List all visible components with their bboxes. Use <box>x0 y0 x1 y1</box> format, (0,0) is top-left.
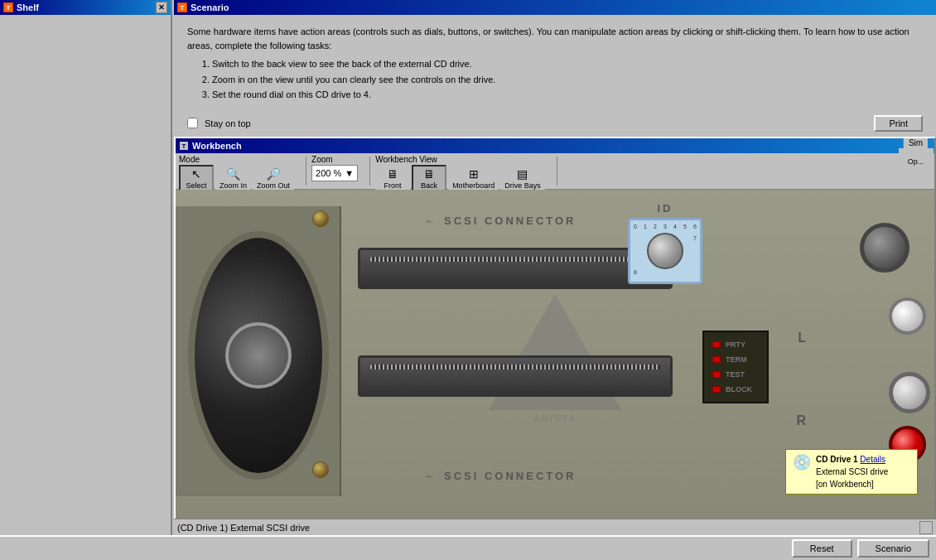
front-icon: 🖥 <box>387 167 398 181</box>
reset-button[interactable]: Reset <box>792 539 852 558</box>
toolbar-divider-3 <box>557 157 557 186</box>
drive-bays-icon: ▤ <box>517 167 528 181</box>
view-buttons: 🖥 Front 🖥 Back ⊞ Motherboard ▤ Drive Bay… <box>375 165 545 191</box>
cd-tooltip-icon: 💿 <box>793 453 811 471</box>
front-label: Front <box>384 181 402 190</box>
toolbar-divider-2 <box>369 157 370 186</box>
audio-r-label: R <box>796 413 806 428</box>
screw-bottom-left <box>312 461 329 478</box>
print-button[interactable]: Print <box>874 115 923 132</box>
large-connector[interactable] <box>860 223 909 273</box>
scsi-arrow-top: ← <box>424 215 437 227</box>
motherboard-label: Motherboard <box>452 181 495 190</box>
workbench-title-icon: T <box>179 141 189 151</box>
scenario-title-bar: T Scenario <box>174 0 936 15</box>
fan-assembly <box>176 206 341 496</box>
workbench-title-bar: T Workbench <box>176 138 934 153</box>
zoom-in-button[interactable]: 🔍 Zoom In <box>215 165 251 191</box>
view-section-label: Workbench View <box>375 155 545 164</box>
dip-label-test: TEST <box>726 367 745 382</box>
scsi-slot-top[interactable] <box>358 248 673 289</box>
zoom-in-label: Zoom In <box>220 181 247 190</box>
audio-l-label: L <box>798 331 806 345</box>
scenario-tasks: Switch to the back view to see the back … <box>212 57 923 102</box>
back-icon: 🖥 <box>423 167 435 181</box>
dip-label-block: BLOCK <box>726 382 752 397</box>
zoom-value: 200 % <box>316 168 341 178</box>
mode-buttons: ↖ Select 🔍 Zoom In 🔍 Zoom Out <box>179 165 294 191</box>
scenario-task-2: Zoom in on the view until you can clearl… <box>212 73 923 87</box>
scsi-arrow-bottom: ← <box>424 470 437 482</box>
audio-port-2[interactable] <box>889 372 930 413</box>
scenario-description: Some hardware items have action areas (c… <box>187 25 923 52</box>
front-button[interactable]: 🖥 Front <box>375 165 410 191</box>
scsi-slot-bottom[interactable] <box>358 355 673 397</box>
scenario-task-3: Set the round dial on this CD drive to 4… <box>212 88 923 102</box>
back-label: Back <box>421 181 437 190</box>
shelf-close-button[interactable]: ✕ <box>156 2 167 13</box>
zoom-section: Zoom 200 % ▼ <box>311 155 358 187</box>
dip-label-prty: PRTY <box>726 337 745 352</box>
scenario-content: Some hardware items have action areas (c… <box>174 15 936 110</box>
stay-on-top-label[interactable]: Stay on top <box>187 118 251 128</box>
dip-switch-block: PRTY TERM TEST BLOCK <box>702 331 769 403</box>
scsi-connector-top-label: ← SCSI CONNECTOR <box>424 215 577 227</box>
select-button[interactable]: ↖ Select <box>179 165 214 191</box>
drive-back-panel: ARISTA ← SCSI CONNECTOR <box>176 190 934 528</box>
zoom-dropdown-arrow: ▼ <box>345 168 354 178</box>
drive-bays-label: Drive Bays <box>504 181 541 190</box>
zoom-section-label: Zoom <box>311 155 358 164</box>
tooltip-title: CD Drive 1 <box>816 455 858 464</box>
tooltip-details-link[interactable]: Details <box>860 455 885 464</box>
scenario-title-label: Scenario <box>191 2 229 12</box>
workbench-panel: T Workbench Mode ↖ Select 🔍 Zoom In 🔍 Zo… <box>174 137 936 543</box>
op-button[interactable]: Op... <box>899 148 934 175</box>
audio-port-white[interactable] <box>889 297 926 335</box>
workbench-title-label: Workbench <box>192 141 242 151</box>
stay-on-top-row: Stay on top Print <box>174 110 936 137</box>
scenario-task-1: Switch to the back view to see the back … <box>212 57 923 71</box>
status-text: (CD Drive 1) External SCSI drive <box>177 523 919 533</box>
cd-tooltip-content: CD Drive 1 Details External SCSI drive [… <box>816 453 888 490</box>
mode-section: Mode ↖ Select 🔍 Zoom In 🔍 Zoom Out <box>179 155 294 187</box>
op-label: Op... <box>908 157 924 166</box>
sim-section: Sim Op... <box>903 138 928 175</box>
bottom-bar: Reset Scenario <box>0 535 936 560</box>
shelf-title-icon: T <box>3 2 13 12</box>
zoom-in-icon: 🔍 <box>226 167 240 181</box>
status-bar: (CD Drive 1) External SCSI drive <box>174 519 936 535</box>
status-scrollbar[interactable] <box>919 521 933 534</box>
shelf-panel: T Shelf ✕ <box>0 0 172 560</box>
zoom-out-button[interactable]: 🔍 Zoom Out <box>253 165 294 191</box>
zoom-out-icon: 🔍 <box>267 167 281 181</box>
scsi-connector-text-bottom: SCSI CONNECTOR <box>444 470 577 482</box>
toolbar-divider-1 <box>306 157 306 186</box>
scsi-connector-text-top: SCSI CONNECTOR <box>444 215 577 227</box>
workbench-view: ARISTA ← SCSI CONNECTOR <box>176 190 934 541</box>
motherboard-button[interactable]: ⊞ Motherboard <box>448 165 499 191</box>
id-label: ID <box>628 202 702 215</box>
sim-label: Sim <box>909 138 923 147</box>
screw-top-left <box>312 210 329 227</box>
dial-knob[interactable] <box>647 233 683 269</box>
view-section: Workbench View 🖥 Front 🖥 Back ⊞ Motherbo… <box>375 155 545 187</box>
id-dial-box[interactable]: 0 1 2 3 4 5 6 7 8 <box>628 218 702 284</box>
id-section: ID 0 1 2 3 4 5 6 7 8 <box>628 202 702 284</box>
dip-labels: PRTY TERM TEST BLOCK <box>712 337 759 397</box>
zoom-dropdown[interactable]: 200 % ▼ <box>311 165 358 181</box>
scenario-button[interactable]: Scenario <box>857 539 929 558</box>
back-button[interactable]: 🖥 Back <box>412 165 446 191</box>
stay-on-top-checkbox[interactable] <box>187 118 198 128</box>
fan-inner <box>225 322 292 389</box>
dip-label-term: TERM <box>726 352 747 367</box>
zoom-out-label: Zoom Out <box>257 181 290 190</box>
select-label: Select <box>186 181 206 190</box>
drive-bays-button[interactable]: ▤ Drive Bays <box>500 165 545 191</box>
scsi-connector-bottom-label: ← SCSI CONNECTOR <box>424 470 577 482</box>
cd-tooltip: 💿 CD Drive 1 Details External SCSI drive… <box>785 449 918 495</box>
workbench-toolbar: Mode ↖ Select 🔍 Zoom In 🔍 Zoom Out Zoom <box>176 153 934 190</box>
select-icon: ↖ <box>191 167 201 181</box>
fan-circle <box>188 231 329 480</box>
zoom-control: 200 % ▼ <box>311 165 358 181</box>
tooltip-line3: [on Workbench] <box>816 480 874 489</box>
